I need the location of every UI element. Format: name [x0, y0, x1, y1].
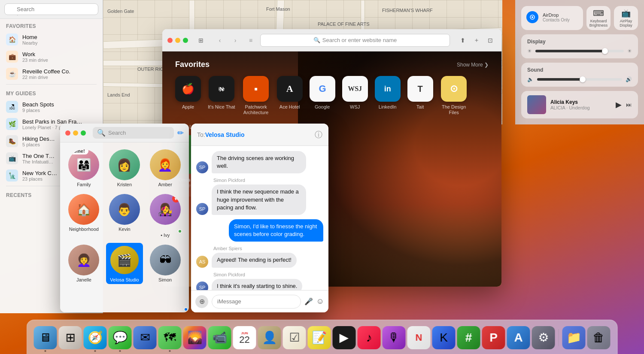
maps-home-sub: Nearby: [22, 40, 37, 45]
dock-mail[interactable]: ✉: [134, 326, 157, 349]
fav-tait[interactable]: T Tait: [407, 76, 433, 115]
dock-finder[interactable]: 🖥: [34, 326, 57, 349]
contact-neighborhood[interactable]: 🏠 Neighborhood: [65, 192, 103, 239]
safari-close-btn[interactable]: [167, 38, 173, 43]
safari-tabs-btn[interactable]: ⊡: [484, 34, 496, 46]
cc-sound-track[interactable]: [537, 78, 622, 81]
maps-search-input[interactable]: [4, 3, 98, 15]
fav-acehotel[interactable]: A Ace Hotel: [277, 76, 303, 115]
contact-family[interactable]: Home! 👨‍👩‍👧 Family: [65, 148, 103, 189]
messages-minimize-btn[interactable]: [73, 130, 78, 136]
cc-keyboard-btn[interactable]: ⌨ Keyboard Brightness: [586, 6, 611, 30]
chat-input-field[interactable]: [212, 295, 301, 309]
safari-sidebar-toggle[interactable]: ⊞: [195, 34, 207, 46]
fav-google[interactable]: G Google: [310, 76, 335, 115]
cc-airplay-btn[interactable]: 📺 AirPlay Display: [614, 6, 638, 30]
maps-item-coffee-icon: ☕: [6, 68, 18, 80]
cc-music-title: Alicia Keys: [550, 99, 611, 105]
dock-maps[interactable]: 🗺: [158, 326, 182, 349]
dock-safari[interactable]: 🧭: [84, 326, 107, 349]
dock-sysprefs[interactable]: ⚙: [532, 326, 555, 349]
maps-search-bar: 🔍: [0, 0, 103, 19]
dock-files[interactable]: 📁: [562, 326, 586, 349]
dock-pages[interactable]: P: [482, 326, 505, 349]
maps-item-parks-icon: 🌿: [6, 118, 18, 130]
fav-wsj[interactable]: WSJ WSJ: [342, 76, 368, 115]
cc-play-btn[interactable]: ▶: [616, 100, 622, 109]
dock-news[interactable]: N: [407, 326, 431, 349]
maps-item-beach[interactable]: 🏖 Beach Spots 9 places: [0, 98, 103, 115]
fav-apple-label: Apple: [182, 104, 194, 110]
fav-patchwork[interactable]: ▪ Patchwork Architecture: [242, 76, 270, 115]
fav-nicethat-icon: Nice: [209, 76, 234, 102]
cc-sound-knob[interactable]: [580, 76, 586, 82]
cc-display-knob[interactable]: [602, 48, 608, 54]
dock-messages[interactable]: 💬: [109, 326, 132, 349]
cc-sound-slider-row: 🔈 🔊: [527, 76, 632, 82]
dock-music-icon: ♪: [366, 331, 372, 345]
dock-appstore[interactable]: A: [507, 326, 530, 349]
dock-calendar[interactable]: JUN 22: [233, 326, 256, 349]
chat-apps-btn[interactable]: ⊕: [195, 295, 208, 308]
safari-forward-btn[interactable]: ›: [229, 34, 241, 46]
dock-tv[interactable]: ▶: [333, 326, 356, 349]
dock-notes-icon: 📝: [312, 330, 327, 345]
cc-airdrop-label: AirDrop: [543, 12, 570, 18]
map-label-golden-gate: Golden Gate: [107, 9, 134, 14]
fav-wsj-label: WSJ: [350, 104, 360, 110]
safari-fullscreen-btn[interactable]: [183, 38, 188, 43]
dock-reminders[interactable]: ☑: [283, 326, 306, 349]
contact-velosa[interactable]: 🎬 Velosa Studio: [106, 243, 143, 284]
cc-skip-btn[interactable]: ⏭: [626, 101, 632, 108]
safari-share-btn[interactable]: ⬆: [457, 34, 469, 46]
chat-info-btn[interactable]: ⓘ: [315, 130, 322, 140]
dock-launchpad[interactable]: ⊞: [59, 326, 82, 349]
dock-contacts[interactable]: 👤: [258, 326, 281, 349]
dock-facetime[interactable]: 📹: [208, 326, 231, 349]
messages-close-btn[interactable]: [65, 130, 70, 136]
safari-new-tab-btn[interactable]: ＋: [471, 34, 483, 46]
dock-notes[interactable]: 📝: [308, 326, 331, 349]
dock-keynote[interactable]: K: [432, 326, 456, 349]
msg-avatar-sp3: SP: [196, 281, 208, 290]
messages-fullscreen-btn[interactable]: [81, 130, 86, 136]
msg-bubble-5: I think it's really starting to shine.: [212, 279, 302, 290]
cc-display-track[interactable]: [535, 50, 624, 52]
dock-photos[interactable]: 🌄: [183, 326, 207, 349]
chat-audio-btn[interactable]: 🎤: [304, 297, 313, 306]
messages-search-bar[interactable]: 🔍 Search: [93, 127, 174, 139]
fav-design[interactable]: ⊙ The Design Files: [440, 76, 468, 115]
msg-avatar-as: AS: [196, 256, 208, 268]
maps-item-coffee[interactable]: ☕ Reveille Coffee Co. 22 min drive: [0, 65, 103, 82]
safari-minimize-btn[interactable]: [175, 38, 180, 43]
chat-emoji-btn[interactable]: ☺: [316, 297, 324, 306]
cc-music-artist: ALICIA · Underdog: [550, 105, 611, 110]
avatar-simon: 🕶: [150, 245, 181, 275]
maps-item-work[interactable]: 💼 Work 23 min drive: [0, 48, 103, 65]
dock-music[interactable]: ♪: [358, 326, 381, 349]
contact-kevin[interactable]: 👨 Kevin: [106, 192, 143, 239]
fav-apple[interactable]: 🍎 Apple: [175, 76, 201, 115]
contact-kristen[interactable]: 👩 Kristen: [106, 148, 143, 189]
safari-url-bar[interactable]: 🔍 Search or enter website name: [260, 34, 450, 47]
dock-messages-dot: [119, 350, 121, 352]
safari-back-btn[interactable]: ‹: [214, 34, 226, 46]
maps-item-hiking-icon: 🥾: [6, 135, 18, 147]
contact-kristen-name: Kristen: [117, 182, 132, 187]
fav-nicethat[interactable]: Nice It's Nice That: [208, 76, 235, 115]
safari-reader-btn[interactable]: ≡: [245, 34, 257, 46]
dock-trash[interactable]: 🗑: [587, 326, 611, 349]
contact-amber[interactable]: 👩‍🦰 Amber: [146, 148, 184, 189]
contact-ivy[interactable]: ♥ 👩‍🎤 • Ivy: [146, 192, 184, 239]
safari-lock-icon: 🔍: [313, 37, 320, 43]
contact-simon[interactable]: 🕶 Simon: [146, 243, 184, 284]
dock-numbers[interactable]: #: [457, 326, 480, 349]
contact-janelle[interactable]: 👩‍🦱 Janelle: [65, 243, 103, 284]
fav-linkedin[interactable]: in LinkedIn: [375, 76, 401, 115]
cc-keyboard-icon: ⌨: [593, 9, 604, 18]
show-more-btn[interactable]: Show More ❯: [457, 62, 489, 68]
maps-item-home[interactable]: 🏠 Home Nearby: [0, 31, 103, 48]
map-label-fort-mason: Fort Mason: [266, 6, 290, 12]
messages-compose-btn[interactable]: ✏: [177, 128, 184, 138]
dock-podcasts[interactable]: 🎙: [383, 326, 406, 349]
